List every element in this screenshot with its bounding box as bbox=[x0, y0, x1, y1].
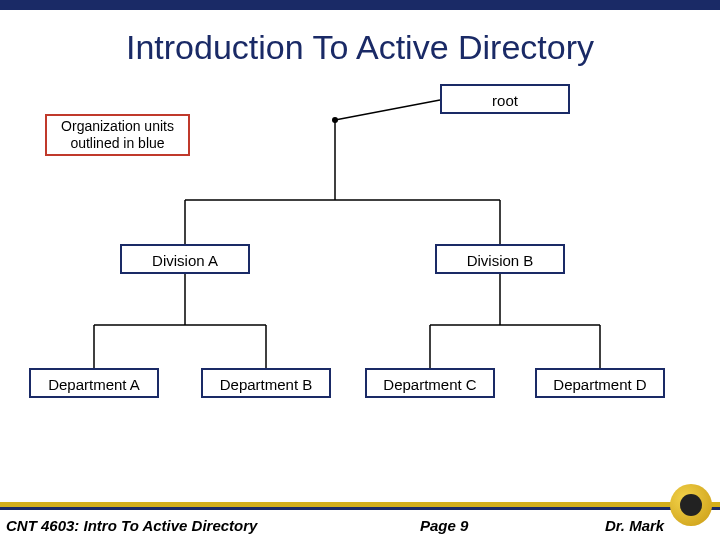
node-root: root bbox=[440, 84, 570, 114]
footer-page: Page 9 bbox=[420, 517, 468, 534]
node-department-a: Department A bbox=[29, 368, 159, 398]
top-rule bbox=[0, 0, 720, 10]
node-division-a: Division A bbox=[120, 244, 250, 274]
node-department-b: Department B bbox=[201, 368, 331, 398]
footer-content: CNT 4603: Intro To Active Directory Page… bbox=[0, 510, 720, 540]
slide: Introduction To Active Directory Organiz… bbox=[0, 0, 720, 540]
svg-line-0 bbox=[335, 100, 440, 120]
legend-box: Organization units outlined in blue bbox=[45, 114, 190, 156]
slide-title: Introduction To Active Directory bbox=[0, 28, 720, 67]
node-department-c: Department C bbox=[365, 368, 495, 398]
footer-logo-icon bbox=[670, 484, 712, 526]
footer-author: Dr. Mark bbox=[605, 517, 664, 534]
svg-point-1 bbox=[332, 117, 338, 123]
node-division-b: Division B bbox=[435, 244, 565, 274]
footer-course: CNT 4603: Intro To Active Directory bbox=[6, 517, 257, 534]
node-department-d: Department D bbox=[535, 368, 665, 398]
connector-lines bbox=[0, 0, 720, 540]
footer: CNT 4603: Intro To Active Directory Page… bbox=[0, 502, 720, 540]
